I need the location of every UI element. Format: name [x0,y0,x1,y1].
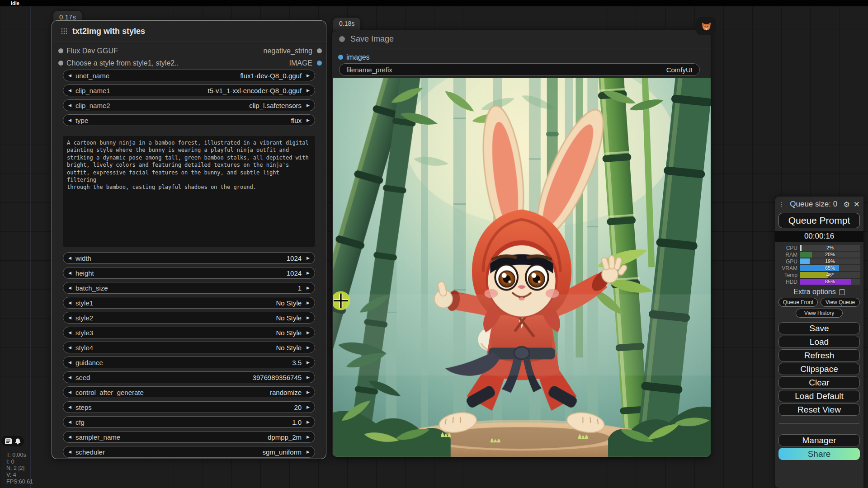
widget-style1[interactable]: ◀style1No Style▶ [63,297,315,309]
view-queue-button[interactable]: View Queue [821,298,860,307]
increment-arrow[interactable]: ▶ [307,118,310,122]
collapse-dot-icon[interactable] [339,36,345,42]
decrement-arrow[interactable]: ◀ [68,346,71,350]
extra-options-checkbox[interactable] [839,289,845,295]
increment-arrow[interactable]: ▶ [307,420,310,424]
load-button[interactable]: Load [778,336,860,348]
output-dot-negative-string[interactable] [317,48,322,53]
decrement-arrow[interactable]: ◀ [68,89,71,93]
widget-height[interactable]: ◀height1024▶ [63,267,315,279]
stat-vram: VRAM65% [775,265,860,272]
decrement-arrow[interactable]: ◀ [68,286,71,290]
decrement-arrow[interactable]: ◀ [68,375,71,380]
widget-value: 3976989356745 [90,374,302,381]
increment-arrow[interactable]: ▶ [307,405,310,409]
widget-width[interactable]: ◀width1024▶ [63,252,315,264]
widget-unet_name[interactable]: ◀unet_nameflux1-dev-Q8_0.gguf▶ [63,70,315,81]
decrement-arrow[interactable]: ◀ [68,118,71,122]
widget-value: 1 [108,284,302,292]
increment-arrow[interactable]: ▶ [307,301,310,305]
share-button[interactable]: Share [778,448,860,460]
widget-control_after_generate[interactable]: ◀control_after_generaterandomize▶ [63,386,315,398]
load-default-button[interactable]: Load Default [778,390,860,402]
increment-arrow[interactable]: ▶ [307,286,310,290]
node-txt2img-with-styles[interactable]: txt2img with styles Flux Dev GGUF Choose… [52,20,326,459]
input-dot-choose-style[interactable] [58,61,63,66]
clear-button[interactable]: Clear [778,376,860,389]
increment-arrow[interactable]: ▶ [307,435,310,439]
queue-size-label: Queue size: 0 [784,200,843,209]
decrement-arrow[interactable]: ◀ [68,435,71,439]
widget-value: 3.5 [103,359,302,366]
bell-icon[interactable] [15,438,21,445]
increment-arrow[interactable]: ▶ [307,331,310,335]
increment-arrow[interactable]: ▶ [307,74,310,78]
decrement-arrow[interactable]: ◀ [68,420,71,424]
decrement-arrow[interactable]: ◀ [68,256,71,260]
node-title-bar[interactable]: Save Image [332,30,711,48]
refresh-button[interactable]: Refresh [778,349,860,361]
widget-scheduler[interactable]: ◀schedulersgm_uniform▶ [63,446,315,458]
gear-icon[interactable]: ⚙ [843,200,849,209]
widget-name: width [75,254,91,262]
increment-arrow[interactable]: ▶ [307,271,310,275]
increment-arrow[interactable]: ▶ [307,390,310,394]
widget-guidance[interactable]: ◀guidance3.5▶ [63,357,315,368]
close-icon[interactable]: ✕ [854,200,860,209]
widget-type[interactable]: ◀typeflux▶ [63,114,315,126]
widget-filename-prefix[interactable]: filename_prefix ComfyUI [339,63,700,76]
clipspace-button[interactable]: Clipspace [778,363,860,375]
widget-seed[interactable]: ◀seed3976989356745▶ [63,371,315,383]
widget-name: control_after_generate [75,389,144,396]
view-history-button[interactable]: View History [796,309,843,318]
decrement-arrow[interactable]: ◀ [68,301,71,305]
prompt-textarea[interactable]: A cartoon bunny ninja in a bamboo forest… [63,136,315,247]
decrement-arrow[interactable]: ◀ [68,390,71,394]
input-dot-flux-dev-gguf[interactable] [58,48,63,53]
widget-style2[interactable]: ◀style2No Style▶ [63,312,315,324]
widget-clip_name1[interactable]: ◀clip_name1t5-v1_1-xxl-encoder-Q8_0.gguf… [63,84,315,96]
widget-sampler_name[interactable]: ◀sampler_namedpmpp_2m▶ [63,431,315,443]
increment-arrow[interactable]: ▶ [307,103,310,108]
widget-cfg[interactable]: ◀cfg1.0▶ [63,416,315,428]
panel-divider [779,423,859,423]
increment-arrow[interactable]: ▶ [307,346,310,350]
widget-clip_name2[interactable]: ◀clip_name2clip_l.safetensors▶ [63,99,315,111]
decrement-arrow[interactable]: ◀ [68,271,71,275]
decrement-arrow[interactable]: ◀ [68,103,71,108]
widget-steps[interactable]: ◀steps20▶ [63,401,315,413]
list-icon[interactable] [5,438,12,444]
decrement-arrow[interactable]: ◀ [68,331,71,335]
widget-style4[interactable]: ◀style4No Style▶ [63,342,315,353]
widget-style3[interactable]: ◀style3No Style▶ [63,327,315,338]
decrement-arrow[interactable]: ◀ [68,450,71,454]
decrement-arrow[interactable]: ◀ [68,405,71,409]
increment-arrow[interactable]: ▶ [307,316,310,320]
queue-panel-header[interactable]: ⋮ Queue size: 0 ⚙ ✕ [775,197,863,212]
increment-arrow[interactable]: ▶ [307,256,310,260]
queue-front-button[interactable]: Queue Front [778,298,818,307]
widget-value: No Style [93,329,302,337]
decrement-arrow[interactable]: ◀ [68,361,71,365]
widget-batch_size[interactable]: ◀batch_size1▶ [63,282,315,294]
output-label-image: IMAGE [289,59,312,67]
decrement-arrow[interactable]: ◀ [68,316,71,320]
drag-handle-icon[interactable]: ⋮ [778,201,784,208]
decrement-arrow[interactable]: ◀ [68,74,71,78]
increment-arrow[interactable]: ▶ [307,89,310,93]
output-dot-image[interactable] [317,61,322,66]
canvas-mini-toolbar[interactable] [1,436,24,446]
reset-view-button[interactable]: Reset View [778,404,860,416]
node-save-image[interactable]: Save Image images filename_prefix ComfyU… [331,30,711,458]
node-title-bar[interactable]: txt2img with styles [52,21,326,42]
queue-prompt-button[interactable]: Queue Prompt [778,213,860,228]
fox-extension-badge[interactable] [696,17,716,35]
input-dot-images[interactable] [338,55,343,60]
extra-options-row[interactable]: Extra options [775,286,863,298]
manager-button[interactable]: Manager [778,434,860,446]
increment-arrow[interactable]: ▶ [307,450,310,454]
comfyui-canvas[interactable]: Idle 0.17s 0.18s txt2img with styles Flu… [0,0,868,488]
increment-arrow[interactable]: ▶ [307,361,310,365]
save-button[interactable]: Save [778,322,860,334]
increment-arrow[interactable]: ▶ [307,375,310,380]
